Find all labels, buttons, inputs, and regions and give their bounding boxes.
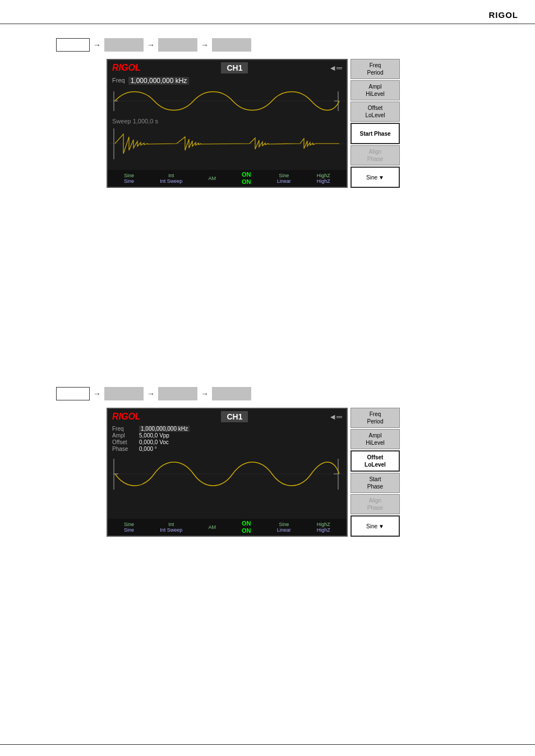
nav-arrow-1b: → bbox=[147, 40, 155, 49]
scope-brand-2: RIGOL bbox=[112, 412, 141, 422]
scope-channel-1: CH1 bbox=[221, 62, 248, 73]
footer-int-1: Int Int Sweep bbox=[160, 173, 182, 184]
ampl-value-2: 5,000,0 Vpp bbox=[139, 432, 169, 439]
sidebar-btn-sine-dropdown-1[interactable]: Sine ▼ bbox=[350, 167, 400, 188]
waveform-sweep-1 bbox=[108, 126, 347, 162]
footer-sine-1: Sine Sine bbox=[124, 173, 134, 184]
freq-label-2: Freq bbox=[112, 426, 135, 432]
sidebar-btn-offset-lolevel-2[interactable]: OffsetLoLevel bbox=[350, 450, 400, 472]
footer-am-2: AM bbox=[208, 524, 216, 530]
freq-value-2: 1,000,000,000 kHz bbox=[139, 426, 190, 432]
scope-sidebar-2: FreqPeriod AmplHiLevel OffsetLoLevel Sta… bbox=[350, 408, 400, 537]
scope-return-icon-2: ◄═ bbox=[329, 412, 342, 421]
scope-header-1: RIGOL CH1 ◄═ bbox=[108, 60, 347, 76]
offset-value-2: 0,000,0 Voc bbox=[139, 439, 169, 445]
nav-box-2d[interactable] bbox=[212, 387, 251, 400]
scope-display-2: RIGOL CH1 ◄═ Freq 1,000,000,000 kHz Ampl… bbox=[107, 408, 348, 537]
nav-box-1d[interactable] bbox=[212, 38, 251, 52]
nav-arrow-2b: → bbox=[147, 389, 155, 398]
nav-arrow-2c: → bbox=[201, 389, 209, 398]
sidebar-btn-align-phase-2[interactable]: AlignPhase bbox=[350, 494, 400, 514]
nav-box-1b[interactable] bbox=[104, 38, 144, 52]
scope-screen-1: RIGOL CH1 ◄═ Freq 1,000,000,000 kHz Swee… bbox=[107, 59, 348, 188]
footer-highz-2: HighZ HighZ bbox=[317, 522, 330, 533]
scope-freq-row-1: Freq 1,000,000,000 kHz bbox=[108, 76, 347, 86]
offset-label-2: Offset bbox=[112, 439, 135, 445]
scope-header-2: RIGOL CH1 ◄═ bbox=[108, 409, 347, 425]
scope-sidebar-1: FreqPeriod AmplHiLevel OffsetLoLevel Sta… bbox=[350, 59, 400, 188]
waveform-sine-2 bbox=[108, 453, 347, 495]
footer-sine-2: Sine Sine bbox=[124, 522, 134, 533]
nav-box-2b[interactable] bbox=[104, 387, 144, 400]
footer-int-2: Int Int Sweep bbox=[160, 522, 182, 533]
scope-channel-2: CH1 bbox=[221, 411, 248, 422]
page-title: RIGOL bbox=[489, 10, 519, 20]
footer-sine2-2: Sine Linear bbox=[277, 522, 291, 533]
sidebar-btn-ampl-hilevel-1[interactable]: AmplHiLevel bbox=[350, 80, 400, 100]
scope-footer-2: Sine Sine Int Int Sweep AM ON ON Sine Li… bbox=[108, 519, 347, 536]
footer-on-2: ON ON bbox=[242, 520, 251, 534]
sidebar-btn-align-phase-1[interactable]: AlignPhase bbox=[350, 145, 400, 165]
sidebar-btn-start-phase-1[interactable]: Start Phase bbox=[350, 123, 400, 144]
sidebar-btn-freq-period-2[interactable]: FreqPeriod bbox=[350, 408, 400, 428]
nav-box-1c[interactable] bbox=[158, 38, 197, 52]
sidebar-btn-ampl-hilevel-2[interactable]: AmplHiLevel bbox=[350, 429, 400, 449]
sidebar-btn-offset-lolevel-1[interactable]: OffsetLoLevel bbox=[350, 102, 400, 122]
phase-value-2: 0,000 ° bbox=[139, 446, 157, 452]
scope-return-icon-1: ◄═ bbox=[329, 63, 342, 72]
nav-box-2a[interactable] bbox=[56, 387, 90, 400]
sidebar-btn-freq-period-1[interactable]: FreqPeriod bbox=[350, 59, 400, 79]
scope-footer-1: Sine Sine Int Int Sweep AM ON ON Sine Li… bbox=[108, 170, 347, 187]
scope-info-block-2: Freq 1,000,000,000 kHz Ampl 5,000,0 Vpp … bbox=[108, 425, 347, 453]
bottom-divider bbox=[0, 744, 535, 745]
nav-arrow-1a: → bbox=[93, 40, 101, 49]
scope-brand-1: RIGOL bbox=[112, 63, 141, 73]
nav-box-1a[interactable] bbox=[56, 38, 90, 52]
nav-arrow-2a: → bbox=[93, 389, 101, 398]
sweep-label-1: Sweep 1,000,0 s bbox=[108, 117, 347, 126]
scope-display-1: RIGOL CH1 ◄═ Freq 1,000,000,000 kHz Swee… bbox=[107, 59, 348, 188]
sidebar-btn-start-phase-2[interactable]: StartPhase bbox=[350, 473, 400, 493]
footer-highz-1: HighZ HighZ bbox=[317, 173, 330, 184]
waveform-sine-1 bbox=[108, 86, 347, 117]
ampl-label-2: Ampl bbox=[112, 432, 135, 439]
footer-am-1: AM bbox=[208, 176, 216, 181]
nav-box-2c[interactable] bbox=[158, 387, 197, 400]
breadcrumb-1: → → → bbox=[56, 38, 251, 52]
phase-label-2: Phase bbox=[112, 446, 135, 452]
freq-value-1: 1,000,000,000 kHz bbox=[128, 77, 190, 85]
footer-sine2-1: Sine Linear bbox=[277, 173, 291, 184]
top-divider bbox=[0, 24, 535, 24]
freq-label-1: Freq bbox=[112, 77, 125, 85]
nav-arrow-1c: → bbox=[201, 40, 209, 49]
breadcrumb-2: → → → bbox=[56, 387, 251, 400]
sidebar-btn-sine-dropdown-2[interactable]: Sine ▼ bbox=[350, 515, 400, 537]
footer-on-1: ON ON bbox=[242, 171, 251, 186]
scope-screen-2: RIGOL CH1 ◄═ Freq 1,000,000,000 kHz Ampl… bbox=[107, 408, 348, 537]
